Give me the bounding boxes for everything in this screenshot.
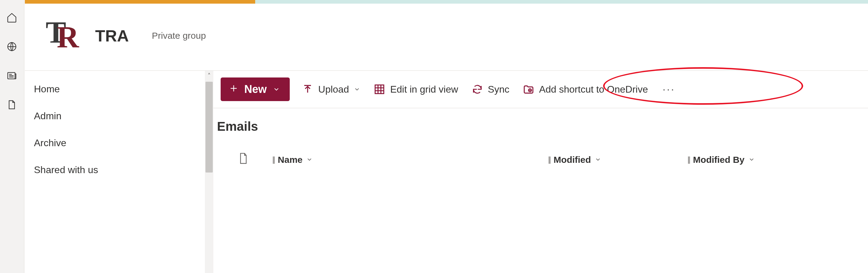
rail-globe[interactable]: [6, 41, 18, 53]
news-icon: [6, 70, 17, 82]
upload-label: Upload: [318, 84, 349, 95]
rail-news[interactable]: [6, 70, 18, 82]
rail-home[interactable]: [6, 12, 18, 24]
column-header-label: Modified: [554, 155, 591, 165]
toolbar-overflow-button[interactable]: ···: [660, 83, 678, 96]
content-row: Home Admin Archive Shared with us ˄: [25, 70, 868, 273]
upload-icon: [302, 83, 313, 95]
chevron-down-icon: [306, 155, 313, 165]
grid-icon: [374, 83, 385, 95]
svg-rect-4: [375, 85, 384, 94]
column-header-name[interactable]: || Name: [272, 155, 548, 165]
chevron-down-icon: [273, 83, 280, 96]
site-header: T R TRA Private group: [25, 4, 868, 70]
column-header-label: Name: [278, 155, 303, 165]
main-column: T R TRA Private group Home Admin Archive…: [24, 0, 868, 273]
nav-item-label: Admin: [34, 110, 62, 122]
globe-icon: [6, 41, 17, 53]
nav-item-archive[interactable]: Archive: [25, 130, 213, 157]
scroll-up-icon: ˄: [205, 72, 213, 79]
column-header-modified[interactable]: || Modified: [548, 155, 687, 165]
column-drag-handle-icon: ||: [272, 155, 274, 164]
edit-grid-button[interactable]: Edit in grid view: [372, 80, 459, 98]
column-filetype[interactable]: [215, 152, 272, 167]
nav-item-label: Archive: [34, 137, 66, 148]
column-headers-row: || Name || Modified: [215, 134, 868, 173]
upload-button[interactable]: Upload: [301, 80, 362, 98]
shortcut-folder-icon: [523, 83, 534, 95]
add-shortcut-button[interactable]: Add shortcut to OneDrive: [522, 80, 649, 98]
nav-item-label: Shared with us: [34, 164, 98, 175]
page-body: New Upload: [213, 70, 868, 273]
home-icon: [6, 12, 17, 24]
library-panel: Emails || Name: [213, 108, 868, 173]
add-shortcut-label: Add shortcut to OneDrive: [539, 84, 648, 95]
chevron-down-icon: [354, 86, 360, 93]
sync-icon: [472, 83, 483, 95]
library-title: Emails: [215, 119, 868, 134]
site-banner-strip: [25, 0, 868, 4]
new-button[interactable]: New: [221, 77, 290, 101]
app-root: T R TRA Private group Home Admin Archive…: [0, 0, 868, 273]
site-logo: T R: [42, 14, 84, 57]
nav-item-admin[interactable]: Admin: [25, 103, 213, 130]
column-drag-handle-icon: ||: [548, 155, 550, 164]
column-header-label: Modified By: [693, 155, 745, 165]
rail-file[interactable]: [6, 99, 18, 111]
nav-item-label: Home: [34, 83, 60, 95]
nav-item-shared[interactable]: Shared with us: [25, 157, 213, 183]
nav-item-home[interactable]: Home: [25, 76, 213, 103]
scroll-thumb[interactable]: [206, 82, 213, 172]
site-subtitle: Private group: [152, 31, 206, 41]
more-icon: ···: [662, 83, 675, 96]
sync-label: Sync: [488, 84, 509, 95]
column-header-modified-by[interactable]: || Modified By: [687, 155, 868, 165]
sync-button[interactable]: Sync: [470, 80, 511, 98]
app-rail: [0, 0, 24, 273]
command-bar: New Upload: [213, 71, 868, 108]
edit-grid-label: Edit in grid view: [390, 84, 458, 95]
plus-icon: [229, 83, 238, 96]
file-icon: [239, 152, 248, 167]
chevron-down-icon: [595, 155, 601, 165]
nav-scrollbar[interactable]: ˄: [205, 71, 213, 273]
file-icon: [6, 99, 17, 111]
chevron-down-icon: [748, 155, 755, 165]
site-title[interactable]: TRA: [95, 26, 129, 45]
nav-list: Home Admin Archive Shared with us: [25, 71, 213, 183]
new-button-label: New: [244, 83, 267, 96]
svg-text:R: R: [57, 20, 80, 54]
left-nav: Home Admin Archive Shared with us ˄: [25, 70, 213, 273]
column-drag-handle-icon: ||: [687, 155, 689, 164]
